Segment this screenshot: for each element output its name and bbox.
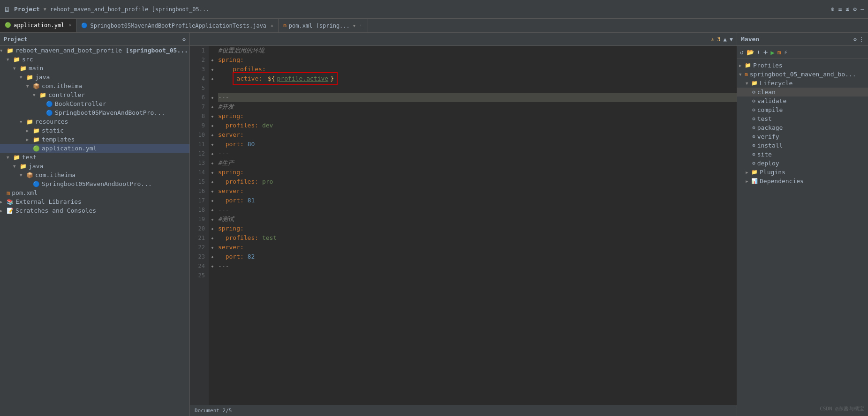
maven-label-verify: verify	[757, 133, 779, 140]
minimize-icon[interactable]: —	[860, 6, 864, 13]
refresh-icon[interactable]: ↺	[740, 49, 744, 56]
tree-item-templates[interactable]: ▶ 📁 templates	[0, 135, 189, 144]
tree-item-scratches[interactable]: ▶ 📝 Scratches and Consoles	[0, 206, 189, 215]
tree-item-test-class[interactable]: 🔵 Springboot05MavenAndBootPro...	[0, 179, 189, 188]
tree-item-application-yml[interactable]: 🟢 application.yml	[0, 144, 189, 153]
list-alt-icon[interactable]: ≢	[846, 6, 850, 13]
lightning-icon[interactable]: ⚡	[784, 49, 788, 56]
tab-application-yml[interactable]: 🟢 application.yml ✕	[0, 19, 76, 32]
line-num-4: 4	[190, 74, 205, 83]
maven-item-profiles[interactable]: ▶ 📁 Profiles	[737, 61, 868, 70]
project-arrow: ▼	[739, 72, 745, 77]
globe-icon[interactable]: ⊕	[831, 6, 835, 13]
folder-open-icon[interactable]: 📂	[747, 49, 754, 56]
run-icon[interactable]: ▶	[770, 49, 774, 56]
clean-gear-icon: ⚙	[752, 89, 755, 95]
add-icon[interactable]: +	[763, 48, 768, 57]
top-bar-title: Project	[14, 6, 40, 13]
libraries-icon: 📚	[7, 199, 14, 205]
dropdown-arrow[interactable]: ▼	[44, 7, 46, 12]
code-line-13: #生产	[218, 158, 737, 168]
maven-item-site[interactable]: ⚙ site	[737, 150, 868, 159]
package-gear-icon: ⚙	[752, 125, 755, 131]
tree-item-pom-xml[interactable]: m pom.xml	[0, 188, 189, 197]
maven-settings-icon[interactable]: ⚙	[853, 36, 857, 43]
maven-item-plugins[interactable]: ▶ 📁 Plugins	[737, 168, 868, 177]
tree-label-src: src	[22, 56, 33, 63]
code-line-16: server:	[218, 186, 737, 196]
yml-file-icon: 🟢	[5, 22, 11, 28]
project-name: reboot_maven_and_boot_profile [springboo…	[50, 6, 210, 13]
tree-item-main[interactable]: ▼ 📁 main	[0, 64, 189, 73]
line-num-20: 20	[190, 224, 205, 233]
maven-item-verify[interactable]: ⚙ verify	[737, 132, 868, 141]
dropdown-chevron[interactable]: ▼	[353, 23, 355, 28]
download-icon[interactable]: ⬇	[757, 49, 761, 56]
maven-label-site: site	[757, 151, 772, 158]
editor-scroll-inner[interactable]: 1 2 3 4 5 6 7 8 9 10 11 12 13 14 15 16 1	[190, 46, 737, 405]
java-folder-icon: 📁	[26, 74, 33, 81]
tree-item-external-libraries[interactable]: ▶ 📚 External Libraries	[0, 197, 189, 206]
tree-label-root: reboot_maven_and_boot_profile [springboo…	[15, 47, 188, 54]
profiles-arrow: ▶	[739, 63, 745, 68]
maven-icon[interactable]: m	[777, 49, 781, 56]
maven-item-project[interactable]: ▼ m springboot_05_maven_and_bo...	[737, 70, 868, 79]
tree-item-com-itheima[interactable]: ▼ 📦 com.itheima	[0, 82, 189, 90]
maven-item-deploy[interactable]: ⚙ deploy	[737, 159, 868, 168]
lifecycle-folder-icon: 📁	[751, 80, 758, 86]
plugins-folder-icon: 📁	[751, 169, 758, 175]
src-folder-icon: 📁	[13, 56, 20, 63]
status-bar: Document 2/5	[190, 405, 737, 416]
list-icon[interactable]: ≡	[838, 6, 842, 13]
editor-scroll-container[interactable]: 1 2 3 4 5 6 7 8 9 10 11 12 13 14 15 16 1	[190, 46, 737, 405]
tree-item-controller[interactable]: ▼ 📁 controller	[0, 90, 189, 99]
tab-close-yml[interactable]: ✕	[68, 22, 71, 28]
maven-item-lifecycle[interactable]: ▼ 📁 Lifecycle	[737, 79, 868, 88]
settings-icon[interactable]: ⚙	[853, 6, 857, 13]
code-line-11: port: 80	[218, 140, 737, 149]
expand-arrow-root: ▼	[0, 48, 7, 53]
arrow-up-icon[interactable]: ▲	[724, 36, 727, 43]
editor-toolbar: ⚠ 3 ▲ ▼	[190, 33, 737, 46]
tree-label-springboot-main: Springboot05MavenAndBootPro...	[55, 109, 165, 116]
tab-close-test[interactable]: ✕	[271, 23, 273, 28]
tree-item-springboot-main[interactable]: 🔵 Springboot05MavenAndBootPro...	[0, 108, 189, 117]
tree-item-test-java[interactable]: ▼ 📁 java	[0, 162, 189, 171]
maven-item-install[interactable]: ⚙ install	[737, 141, 868, 150]
tree-label-templates: templates	[42, 136, 75, 143]
code-line-9: profiles: dev	[218, 121, 737, 130]
tree-item-test-com[interactable]: ▼ 📦 com.itheima	[0, 171, 189, 179]
tab-bar: 🟢 application.yml ✕ 🔵 Springboot05MavenA…	[0, 19, 868, 33]
tab-springboot-test[interactable]: 🔵 Springboot05MavenAndBootProfileApplica…	[76, 19, 279, 32]
maven-item-validate[interactable]: ⚙ validate	[737, 97, 868, 105]
line-num-1: 1	[190, 46, 205, 55]
maven-label-compile: compile	[757, 106, 783, 113]
java-test-icon: 🔵	[81, 22, 88, 29]
tree-item-test[interactable]: ▼ 📁 test	[0, 153, 189, 162]
tree-label-static: static	[42, 127, 64, 134]
tree-item-java[interactable]: ▼ 📁 java	[0, 73, 189, 82]
line-num-10: 10	[190, 130, 205, 140]
profiles-folder-icon: 📁	[745, 62, 751, 68]
maven-more-icon[interactable]: ⋮	[859, 36, 864, 43]
maven-item-test[interactable]: ⚙ test	[737, 114, 868, 123]
line-num-16: 16	[190, 186, 205, 196]
sidebar-settings-icon[interactable]: ⚙	[182, 36, 186, 43]
tree-item-book-controller[interactable]: 🔵 BookController	[0, 99, 189, 108]
code-line-25	[218, 271, 737, 280]
maven-item-dependencies[interactable]: ▶ 📊 Dependencies	[737, 177, 868, 186]
tree-item-resources[interactable]: ▼ 📁 resources	[0, 117, 189, 126]
code-content[interactable]: #设置启用的环境 spring: profiles: active: ${pro…	[216, 46, 737, 405]
more-icon[interactable]: ⋮	[359, 23, 363, 28]
maven-item-clean[interactable]: ⚙ clean	[737, 88, 868, 97]
maven-item-package[interactable]: ⚙ package	[737, 123, 868, 132]
tab-pom-xml[interactable]: m pom.xml (spring... ▼ ⋮	[279, 19, 368, 32]
tree-item-static[interactable]: ▶ 📁 static	[0, 126, 189, 135]
deploy-gear-icon: ⚙	[752, 160, 755, 166]
tree-item-src[interactable]: ▼ 📁 src	[0, 55, 189, 64]
templates-folder-icon: 📁	[33, 136, 40, 143]
maven-item-compile[interactable]: ⚙ compile	[737, 105, 868, 114]
tree-item-root[interactable]: ▼ 📁 reboot_maven_and_boot_profile [sprin…	[0, 46, 189, 55]
arrow-down-icon[interactable]: ▼	[730, 36, 733, 43]
tree-label-test-class: Springboot05MavenAndBootPro...	[42, 180, 152, 187]
